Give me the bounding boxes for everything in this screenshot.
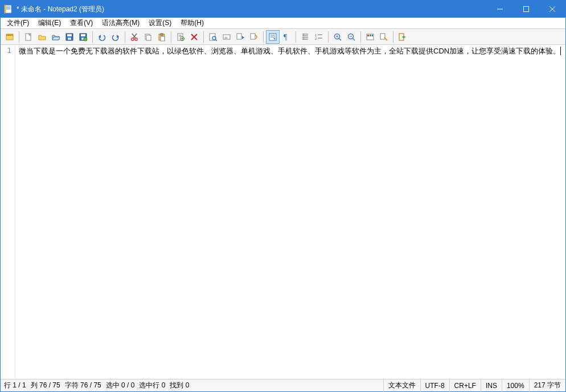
statusbar: 行 1 / 1 列 76 / 75 字符 76 / 75 选中 0 / 0 选中… — [1, 379, 565, 391]
editor-area: 1 微当下载是一个免费无下载器的软件下载站，以绿色软件、浏览器、单机游戏、手机软… — [1, 45, 565, 379]
tb-line-numbers[interactable]: 12 — [312, 30, 326, 44]
tb-whitespace[interactable]: ¶ — [280, 30, 293, 44]
minimize-button[interactable] — [487, 1, 513, 18]
svg-line-67 — [352, 38, 355, 40]
svg-point-19 — [84, 38, 87, 41]
tb-syntax-scheme[interactable] — [363, 30, 377, 44]
menu-help[interactable]: 帮助(H) — [177, 18, 208, 28]
tb-save-as[interactable] — [76, 30, 90, 44]
svg-rect-14 — [67, 34, 72, 36]
status-right: 文本文件 UTF-8 CR+LF INS 100% 217 字节 — [383, 379, 565, 392]
tb-sep — [263, 31, 264, 43]
menu-settings[interactable]: 设置(S) — [145, 18, 175, 28]
tb-cut[interactable] — [128, 30, 141, 44]
tb-sep — [19, 31, 19, 43]
svg-rect-29 — [161, 34, 163, 35]
svg-marker-46 — [255, 34, 256, 36]
tb-delete-line[interactable] — [174, 30, 187, 44]
maximize-button[interactable] — [513, 1, 539, 18]
status-sel-line[interactable]: 选中行 0 — [137, 381, 167, 390]
status-encoding[interactable]: UTF-8 — [420, 379, 449, 392]
titlebar: * 未命名 - Notepad2 (管理员) — [1, 1, 565, 18]
tb-customize[interactable] — [377, 30, 391, 44]
tb-find-word[interactable]: ac — [220, 30, 233, 44]
window-title: * 未命名 - Notepad2 (管理员) — [17, 5, 104, 14]
menu-syntax[interactable]: 语法高亮(M) — [98, 18, 143, 28]
status-zoom[interactable]: 100% — [502, 379, 529, 392]
svg-text:2: 2 — [315, 37, 317, 40]
save-icon — [65, 32, 74, 42]
tb-undo[interactable] — [95, 30, 109, 44]
svg-rect-43 — [237, 34, 241, 39]
menu-view[interactable]: 查看(V) — [66, 18, 97, 28]
svg-text:ac: ac — [224, 35, 228, 40]
find-word-icon: ac — [222, 32, 231, 42]
exit-icon — [398, 32, 407, 42]
replace-icon — [249, 32, 259, 42]
tb-open[interactable] — [35, 30, 49, 44]
find-icon — [208, 32, 218, 42]
tb-history[interactable] — [49, 30, 63, 44]
close-icon — [549, 6, 555, 12]
tb-delete[interactable] — [187, 30, 201, 44]
tb-sep — [393, 31, 393, 43]
tb-copy[interactable] — [141, 30, 155, 44]
line-numbers-icon: 12 — [314, 32, 323, 42]
status-line[interactable]: 行 1 / 1 — [2, 381, 28, 390]
status-size[interactable]: 217 字节 — [529, 379, 565, 392]
menu-file[interactable]: 文件(F) — [3, 18, 33, 28]
close-button[interactable] — [539, 1, 565, 18]
toolbar: ac ¶ 12 — [1, 29, 565, 45]
status-sel[interactable]: 选中 0 / 0 — [104, 381, 137, 390]
word-wrap-icon — [268, 32, 277, 42]
tb-sep — [125, 31, 125, 43]
window-controls — [487, 1, 565, 18]
tb-new-file[interactable] — [22, 30, 35, 44]
line-gutter: 1 — [1, 45, 15, 379]
status-filetype[interactable]: 文本文件 — [383, 379, 420, 392]
tb-indent-guide[interactable] — [298, 30, 312, 44]
svg-rect-30 — [161, 36, 165, 41]
open-folder-icon — [38, 32, 47, 42]
tb-redo[interactable] — [109, 30, 122, 44]
svg-rect-17 — [81, 34, 85, 36]
status-ovr[interactable]: INS — [481, 379, 502, 392]
tb-word-wrap[interactable] — [266, 30, 280, 44]
copy-icon — [143, 32, 153, 42]
svg-rect-69 — [367, 35, 369, 36]
menu-edit[interactable]: 编辑(E) — [34, 18, 65, 28]
status-char[interactable]: 字符 76 / 75 — [63, 381, 104, 390]
redo-icon — [111, 32, 120, 42]
clear-icon — [176, 32, 185, 42]
svg-line-40 — [215, 39, 217, 41]
svg-rect-45 — [251, 34, 255, 39]
tb-sep — [360, 31, 361, 43]
tb-exit[interactable] — [396, 30, 409, 44]
status-matches[interactable]: 找到 0 — [167, 381, 191, 390]
status-eol[interactable]: CR+LF — [449, 379, 481, 392]
save-as-icon — [79, 32, 88, 42]
editor-content[interactable]: 微当下载是一个免费无下载器的软件下载站，以绿色软件、浏览器、单机游戏、手机软件、… — [15, 45, 565, 379]
svg-rect-71 — [372, 35, 373, 36]
svg-rect-72 — [380, 34, 385, 39]
zoom-out-icon — [347, 32, 356, 42]
app-window: * 未命名 - Notepad2 (管理员) 文件(F) 编辑(E) 查看(V)… — [0, 0, 566, 392]
tb-save[interactable] — [63, 30, 76, 44]
tb-paste[interactable] — [155, 30, 169, 44]
folder-open-icon — [51, 32, 60, 42]
maximize-icon — [523, 6, 529, 12]
status-left: 行 1 / 1 列 76 / 75 字符 76 / 75 选中 0 / 0 选中… — [1, 381, 191, 390]
status-col[interactable]: 列 76 / 75 — [28, 381, 63, 390]
tb-find-next[interactable] — [233, 30, 247, 44]
tb-replace[interactable] — [247, 30, 261, 44]
tb-zoom-out[interactable] — [344, 30, 358, 44]
tb-new-window[interactable] — [3, 30, 17, 44]
svg-rect-15 — [68, 38, 71, 40]
delete-icon — [190, 32, 199, 42]
customize-icon — [379, 32, 388, 42]
tb-zoom-in[interactable] — [331, 30, 344, 44]
svg-point-23 — [135, 38, 137, 40]
svg-rect-10 — [6, 34, 13, 36]
paste-icon — [157, 32, 166, 42]
tb-find[interactable] — [206, 30, 220, 44]
